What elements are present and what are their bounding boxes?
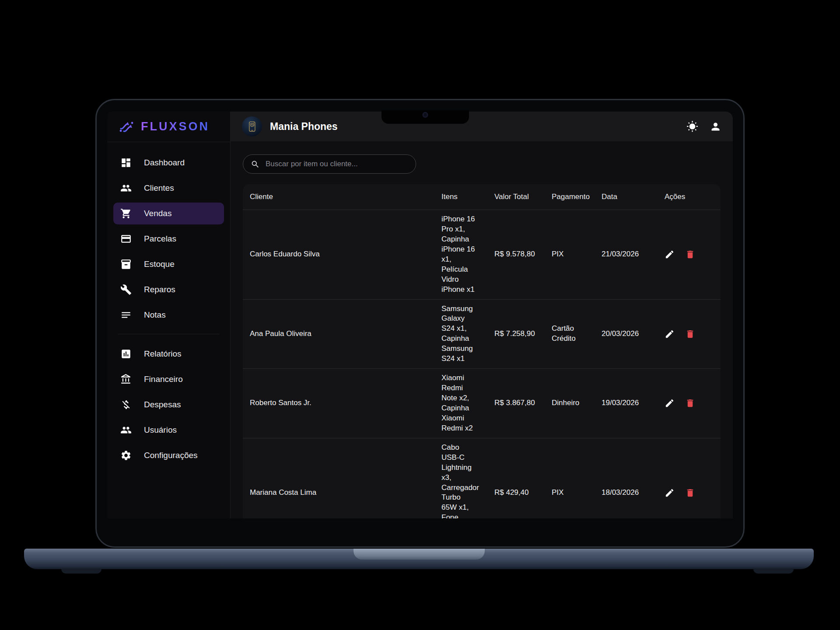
delete-button[interactable]: [685, 249, 695, 259]
camera-notch: [382, 110, 469, 124]
sidebar-item-dashboard[interactable]: Dashboard: [113, 152, 224, 174]
sidebar: FLUXSON Dashboard Clientes Vendas Parcel…: [107, 112, 231, 518]
sidebar-divider: [118, 334, 220, 334]
sidebar-item-notas[interactable]: Notas: [113, 304, 224, 326]
column-header: Pagamento: [545, 184, 595, 210]
sidebar-item-financeiro[interactable]: Financeiro: [113, 368, 224, 390]
cell-data: 18/03/2026: [595, 438, 658, 518]
sidebar-nav-secondary: Relatórios Financeiro Despesas Usuários …: [107, 343, 230, 470]
sidebar-item-despesas[interactable]: Despesas: [113, 394, 224, 416]
laptop-foot-right: [753, 569, 794, 574]
credit-card-icon: [120, 233, 132, 245]
cell-itens: iPhone 16 Pro x1, Capinha iPhone 16 x1, …: [434, 210, 487, 300]
cell-valor-total: R$ 7.258,90: [487, 299, 545, 369]
sidebar-item-reparos[interactable]: Reparos: [113, 279, 224, 301]
page-title: Mania Phones: [270, 121, 338, 133]
light-mode-button[interactable]: [686, 121, 698, 133]
sales-table-card: ClienteItensValor TotalPagamentoDataAçõe…: [243, 184, 721, 518]
column-header: Ações: [658, 184, 721, 210]
cell-pagamento: Dinheiro: [545, 369, 595, 438]
sun-icon: [686, 121, 698, 133]
dashboard-icon: [120, 157, 132, 168]
sidebar-item-parcelas[interactable]: Parcelas: [113, 228, 224, 250]
table-row: Mariana Costa Lima Cabo USB-C Lightning …: [243, 438, 721, 518]
content-area: ClienteItensValor TotalPagamentoDataAçõe…: [231, 141, 733, 518]
delete-button[interactable]: [685, 329, 695, 339]
gear-icon: [120, 450, 132, 461]
store-avatar: [242, 116, 262, 136]
cell-cliente: Roberto Santos Jr.: [243, 369, 434, 438]
inventory-icon: [120, 259, 132, 270]
edit-button[interactable]: [665, 249, 675, 259]
cell-pagamento: PIX: [545, 210, 595, 300]
fluxson-logo-icon: [119, 120, 134, 134]
pencil-icon: [665, 249, 675, 259]
delete-button[interactable]: [685, 398, 695, 408]
search-bar[interactable]: [243, 154, 416, 174]
sidebar-nav-primary: Dashboard Clientes Vendas Parcelas Estoq…: [107, 142, 230, 329]
column-header: Data: [595, 184, 658, 210]
group-icon: [120, 182, 132, 194]
edit-button[interactable]: [665, 329, 675, 339]
cell-data: 21/03/2026: [595, 210, 658, 300]
bar-chart-icon: [120, 348, 132, 360]
webcam-dot: [423, 112, 428, 118]
user-icon: [710, 121, 721, 133]
cell-acoes: [658, 369, 721, 438]
table-row: Ana Paula Oliveira Samsung Galaxy S24 x1…: [243, 299, 721, 369]
cell-acoes: [658, 210, 721, 300]
trash-icon: [685, 249, 695, 259]
cell-pagamento: PIX: [545, 438, 595, 518]
cell-valor-total: R$ 9.578,80: [487, 210, 545, 300]
cell-valor-total: R$ 3.867,80: [487, 369, 545, 438]
search-icon: [251, 160, 260, 169]
header-actions: [686, 121, 721, 133]
delete-button[interactable]: [685, 488, 695, 498]
wrench-icon: [120, 284, 132, 295]
sidebar-item-usuarios[interactable]: Usuários: [113, 419, 224, 441]
user-account-button[interactable]: [710, 121, 721, 133]
column-header: Valor Total: [487, 184, 545, 210]
top-header: Mania Phones: [231, 112, 733, 141]
cell-itens: Cabo USB-C Lightning x3, Carregador Turb…: [434, 438, 487, 518]
cart-icon: [120, 208, 132, 219]
pencil-icon: [665, 398, 675, 408]
laptop-lid-notch: [354, 549, 485, 560]
cell-valor-total: R$ 429,40: [487, 438, 545, 518]
cell-itens: Samsung Galaxy S24 x1, Capinha Samsung S…: [434, 299, 487, 369]
group-icon: [120, 424, 132, 436]
cell-data: 20/03/2026: [595, 299, 658, 369]
sidebar-item-vendas[interactable]: Vendas: [113, 203, 224, 224]
laptop-base: [24, 549, 814, 569]
pencil-icon: [665, 488, 675, 498]
main-area: Mania Phones: [231, 112, 733, 518]
trash-icon: [685, 329, 695, 339]
trash-icon: [685, 398, 695, 408]
sidebar-item-clientes[interactable]: Clientes: [113, 177, 224, 199]
trash-icon: [685, 488, 695, 498]
brand: FLUXSON: [107, 112, 230, 142]
search-input[interactable]: [266, 160, 408, 168]
cell-cliente: Carlos Eduardo Silva: [243, 210, 434, 300]
pencil-icon: [665, 329, 675, 339]
brand-name: FLUXSON: [141, 120, 210, 133]
cell-acoes: [658, 299, 721, 369]
laptop-foot-left: [61, 569, 102, 574]
table-row: Carlos Eduardo Silva iPhone 16 Pro x1, C…: [243, 210, 721, 300]
app-window: FLUXSON Dashboard Clientes Vendas Parcel…: [107, 112, 733, 518]
notes-icon: [120, 309, 132, 321]
column-header: Cliente: [243, 184, 434, 210]
sidebar-item-estoque[interactable]: Estoque: [113, 253, 224, 275]
column-header: Itens: [434, 184, 487, 210]
cell-acoes: [658, 438, 721, 518]
edit-button[interactable]: [665, 488, 675, 498]
edit-button[interactable]: [665, 398, 675, 408]
table-row: Roberto Santos Jr. Xiaomi Redmi Note x2,…: [243, 369, 721, 438]
sidebar-item-configuracoes[interactable]: Configurações: [113, 444, 224, 466]
sidebar-item-relatorios[interactable]: Relatórios: [113, 343, 224, 365]
cell-cliente: Mariana Costa Lima: [243, 438, 434, 518]
cell-pagamento: Cartão Crédito: [545, 299, 595, 369]
table-header-row: ClienteItensValor TotalPagamentoDataAçõe…: [243, 184, 721, 210]
cell-itens: Xiaomi Redmi Note x2, Capinha Xiaomi Red…: [434, 369, 487, 438]
sales-table: ClienteItensValor TotalPagamentoDataAçõe…: [243, 184, 721, 518]
